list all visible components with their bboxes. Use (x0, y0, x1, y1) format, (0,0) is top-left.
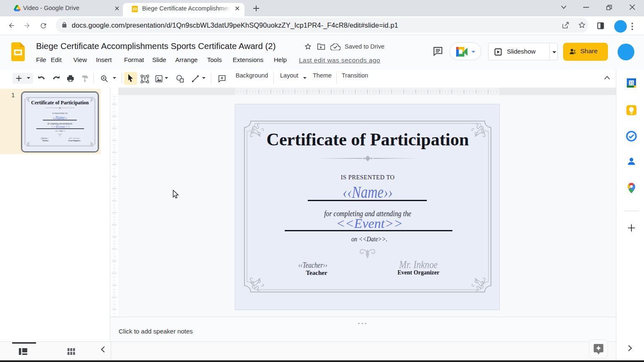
svg-text:31: 31 (629, 80, 634, 85)
